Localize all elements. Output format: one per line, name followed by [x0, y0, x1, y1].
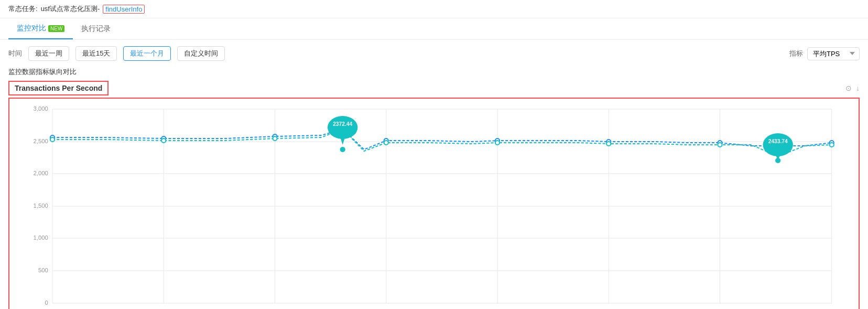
svg-text:1,500: 1,500	[34, 203, 48, 209]
dot	[495, 141, 500, 145]
eye-icon[interactable]: ⊙	[845, 84, 852, 92]
time-label: 时间	[8, 49, 22, 58]
time-btn-week[interactable]: 最近一周	[28, 46, 69, 61]
metric-select[interactable]: 平均TPS	[807, 47, 860, 60]
dot	[718, 143, 722, 147]
svg-text:2,500: 2,500	[34, 138, 48, 144]
tooltip1-tail	[340, 136, 345, 145]
svg-text:500: 500	[38, 267, 48, 273]
dot	[50, 137, 55, 142]
tooltip1-value: 2372.44	[333, 121, 352, 127]
dot	[606, 142, 611, 146]
tooltip2-value: 2433.74	[768, 138, 788, 144]
metric-label: 指标	[789, 49, 803, 58]
tooltip1-balloon	[328, 116, 357, 139]
tab-history-label: 执行记录	[81, 24, 111, 34]
header-bar: 常态任务: usf试点常态化压测- findUserInfo	[0, 0, 868, 18]
chart-title: Transactions Per Second	[8, 81, 108, 95]
task-prefix: 常态任务:	[8, 4, 38, 14]
time-btn-15d[interactable]: 最近15天	[75, 46, 117, 61]
task-name: usf试点常态化压测-	[41, 4, 100, 14]
download-icon[interactable]: ↓	[856, 84, 860, 92]
chart-area: Transactions Per Second ⊙ ↓	[8, 81, 860, 309]
svg-text:1,000: 1,000	[34, 235, 48, 241]
dot	[384, 141, 388, 145]
chart-svg: 0 500 1,000 1,500 2,000 2,500 3,000 11-2…	[9, 99, 859, 309]
tab-monitor[interactable]: 监控对比 NEW	[8, 18, 73, 39]
tab-history[interactable]: 执行记录	[73, 18, 119, 39]
tab-monitor-label: 监控对比	[17, 24, 46, 33]
dot	[273, 136, 277, 141]
task-link[interactable]: findUserInfo	[103, 5, 145, 14]
line-test0	[52, 129, 832, 156]
tooltip1-dot	[340, 147, 345, 152]
toolbar-right: 指标 平均TPS	[789, 47, 860, 60]
dot	[161, 138, 166, 143]
svg-text:2,000: 2,000	[34, 170, 48, 176]
svg-text:0: 0	[45, 300, 48, 306]
svg-text:3,000: 3,000	[34, 105, 48, 112]
tooltip2-balloon	[763, 133, 793, 156]
tab-monitor-badge: NEW	[48, 25, 64, 32]
toolbar: 时间 最近一周 最近15天 最近一个月 自定义时间 指标 平均TPS	[0, 40, 868, 67]
chart-icons: ⊙ ↓	[845, 84, 860, 92]
section-title: 监控数据指标纵向对比	[0, 67, 868, 81]
tabs-bar: 监控对比 NEW 执行记录	[0, 18, 868, 40]
dot	[830, 143, 834, 147]
tooltip2-dot	[775, 158, 780, 163]
time-btn-custom[interactable]: 自定义时间	[177, 46, 225, 61]
time-btn-1m[interactable]: 最近一个月	[123, 46, 171, 61]
line-findUserInfo	[52, 129, 832, 150]
